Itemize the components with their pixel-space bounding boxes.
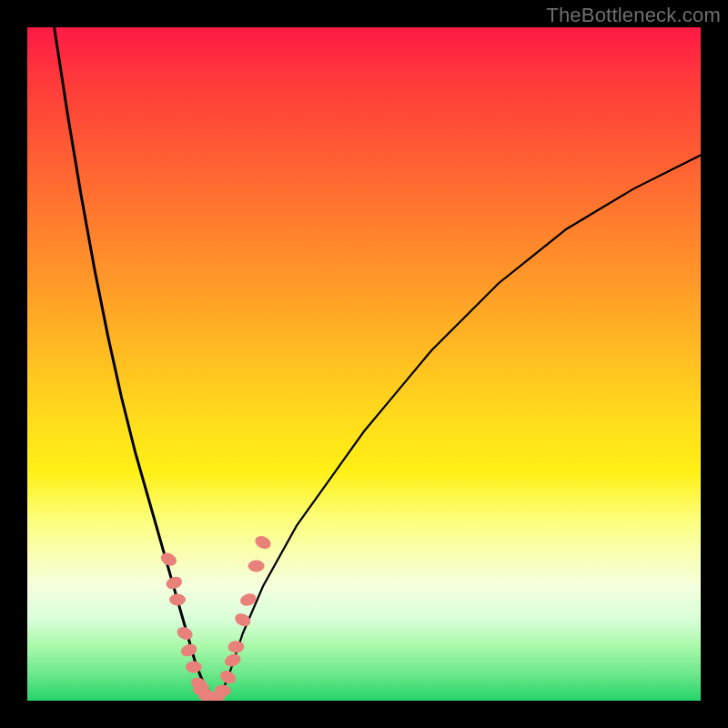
valley-marker bbox=[165, 574, 184, 591]
valley-marker bbox=[248, 561, 265, 572]
chart-svg bbox=[27, 27, 701, 701]
valley-marker bbox=[169, 594, 186, 606]
plot-area bbox=[27, 27, 701, 701]
curve-right-path bbox=[216, 156, 701, 701]
curve-right bbox=[216, 156, 701, 701]
valley-marker bbox=[223, 652, 242, 668]
chart-frame: TheBottleneck.com bbox=[0, 0, 728, 728]
curve-left-path bbox=[55, 27, 217, 701]
curve-left bbox=[55, 27, 217, 701]
valley-marker bbox=[179, 642, 198, 658]
valley-marker bbox=[186, 662, 202, 673]
valley-marker bbox=[218, 668, 238, 685]
valley-marker bbox=[215, 684, 231, 696]
watermark-text: TheBottleneck.com bbox=[546, 4, 721, 27]
valley-marker bbox=[233, 612, 253, 629]
valley-marker bbox=[228, 641, 244, 652]
valley-marker bbox=[158, 551, 178, 568]
markers-group bbox=[158, 533, 272, 701]
valley-marker bbox=[175, 624, 195, 642]
valley-marker bbox=[253, 533, 273, 551]
